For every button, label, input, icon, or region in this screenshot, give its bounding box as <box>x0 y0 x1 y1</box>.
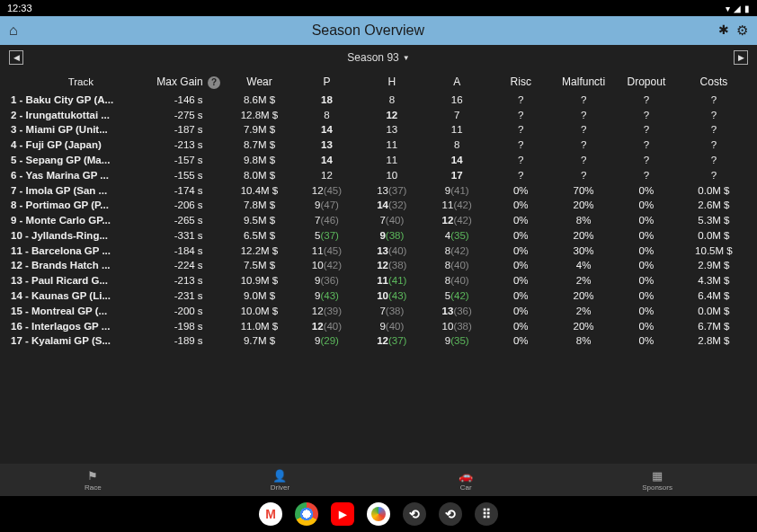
col-risc: Risc <box>489 72 552 93</box>
cell: -155 s <box>153 167 225 182</box>
season-selector[interactable]: Season 93 ▼ <box>347 51 409 64</box>
page-title: Season Overview <box>312 22 424 39</box>
nav-driver[interactable]: 👤 Driver <box>271 469 289 492</box>
table-row[interactable]: 5 - Sepang GP (Ma...-157 s9.8M $141114??… <box>7 153 750 168</box>
cell: ? <box>552 137 615 153</box>
cell: 11(41) <box>360 273 424 288</box>
cell: 0% <box>489 333 552 349</box>
cell: 20% <box>552 198 615 213</box>
table-row[interactable]: 6 - Yas Marina GP ...-155 s8.0M $121017?… <box>7 167 750 182</box>
table-row[interactable]: 12 - Brands Hatch ...-224 s7.5M $10(42)1… <box>7 258 750 273</box>
cell: 7(40) <box>360 213 424 228</box>
cell: 0% <box>489 228 552 244</box>
prev-season-button[interactable]: ◀ <box>9 50 23 65</box>
col-malfuncti: Malfuncti <box>552 72 615 93</box>
cell: 4 - Fuji GP (Japan) <box>7 137 153 153</box>
col-track: Track <box>7 72 153 93</box>
cell: 0.0M $ <box>678 228 750 244</box>
table-row[interactable]: 9 - Monte Carlo GP...-265 s9.5M $7(46)7(… <box>7 213 750 228</box>
cell: 9 - Monte Carlo GP... <box>7 213 153 228</box>
cell: 17 - Kyalami GP (S... <box>7 333 153 349</box>
home-icon[interactable]: ⌂ <box>9 22 18 39</box>
table-row[interactable]: 3 - Miami GP (Unit...-187 s7.9M $141311?… <box>7 122 750 137</box>
app-icon-2[interactable]: ⟲ <box>439 502 462 526</box>
race-icon: ⚑ <box>87 469 98 483</box>
cell: -206 s <box>153 198 225 213</box>
table-row[interactable]: 17 - Kyalami GP (S...-189 s9.7M $9(29)12… <box>7 333 750 349</box>
cell: 0% <box>489 213 552 228</box>
nav-car[interactable]: 🚗 Car <box>459 469 473 492</box>
table-row[interactable]: 8 - Portimao GP (P...-206 s7.8M $9(47)14… <box>7 198 750 213</box>
app-drawer-icon[interactable]: ⠿ <box>475 502 498 526</box>
table-row[interactable]: 13 - Paul Ricard G...-213 s10.9M $9(36)1… <box>7 273 750 288</box>
table-row[interactable]: 1 - Baku City GP (A...-146 s8.6M $18816?… <box>7 93 750 108</box>
table-row[interactable]: 11 - Barcelona GP ...-184 s12.2M $11(45)… <box>7 243 750 258</box>
season-label: Season 93 <box>347 51 398 64</box>
next-season-button[interactable]: ▶ <box>734 50 748 65</box>
cell: -174 s <box>153 182 225 198</box>
cell: 9(40) <box>360 318 424 333</box>
cell: 9.8M $ <box>225 153 295 168</box>
help-icon[interactable]: ? <box>208 76 220 89</box>
cell: 8.7M $ <box>225 137 295 153</box>
status-time: 12:33 <box>7 3 32 13</box>
season-navigator: ◀ Season 93 ▼ ▶ <box>0 45 757 70</box>
photos-icon[interactable] <box>367 502 390 526</box>
cell: 6.7M $ <box>678 318 750 333</box>
cell: ? <box>678 153 750 168</box>
table-row[interactable]: 2 - Irungattukottai ...-275 s12.8M $8127… <box>7 107 750 122</box>
cell: 11.0M $ <box>225 318 295 333</box>
battery-icon: ▮ <box>744 4 750 13</box>
table-row[interactable]: 15 - Montreal GP (...-200 s10.0M $12(39)… <box>7 303 750 318</box>
cell: 0% <box>615 273 678 288</box>
cell: 4% <box>552 258 615 273</box>
col-maxgain[interactable]: Max Gain ? <box>153 72 225 93</box>
cell: 0% <box>615 182 678 198</box>
cell: ? <box>678 93 750 108</box>
cell: ? <box>489 107 552 122</box>
table-row[interactable]: 7 - Imola GP (San ...-174 s10.4M $12(45)… <box>7 182 750 198</box>
cell: 12 - Brands Hatch ... <box>7 258 153 273</box>
cell: 8.6M $ <box>225 93 295 108</box>
gear-icon[interactable]: ⚙ <box>736 22 748 39</box>
cell: -187 s <box>153 122 225 137</box>
chrome-icon[interactable] <box>295 502 318 526</box>
cell: 14 - Kaunas GP (Li... <box>7 288 153 304</box>
cell: 14 <box>424 153 489 168</box>
cell: 11 <box>424 122 489 137</box>
cell: 2 - Irungattukottai ... <box>7 107 153 122</box>
app-icon-1[interactable]: ⟲ <box>403 502 426 526</box>
status-indicators: ▾ ◢ ▮ <box>726 4 750 13</box>
cell: 10 <box>360 167 424 182</box>
cell: 0% <box>615 243 678 258</box>
table-row[interactable]: 14 - Kaunas GP (Li...-231 s9.0M $9(43)10… <box>7 288 750 304</box>
cell: 11 <box>360 153 424 168</box>
youtube-icon[interactable]: ▶ <box>331 502 354 526</box>
wifi-icon: ▾ <box>726 4 730 13</box>
table-row[interactable]: 16 - Interlagos GP ...-198 s11.0M $12(40… <box>7 318 750 333</box>
nav-race[interactable]: ⚑ Race <box>85 469 102 492</box>
cell: 8.0M $ <box>225 167 295 182</box>
table-header-row: Track Max Gain ? Wear P H A Risc Malfunc… <box>7 72 750 93</box>
cell: 8 <box>294 107 359 122</box>
cell: 8(40) <box>424 258 489 273</box>
gmail-icon[interactable]: M <box>259 502 282 526</box>
cell: 12(39) <box>294 303 359 318</box>
cell: 9(29) <box>294 333 359 349</box>
table-row[interactable]: 4 - Fuji GP (Japan)-213 s8.7M $13118???? <box>7 137 750 153</box>
cell: 14(32) <box>360 198 424 213</box>
cell: ? <box>615 137 678 153</box>
nav-sponsors[interactable]: ▦ Sponsors <box>642 469 672 492</box>
cell: 10(38) <box>424 318 489 333</box>
cell: -189 s <box>153 333 225 349</box>
cell: ? <box>489 137 552 153</box>
app-header: ⌂ Season Overview ✱ ⚙ <box>0 16 757 45</box>
signal-icon: ◢ <box>734 4 741 13</box>
cell: 4(35) <box>424 228 489 244</box>
cell: ? <box>552 93 615 108</box>
col-p: P <box>294 72 359 93</box>
table-row[interactable]: 10 - Jyllands-Ring...-331 s6.5M $5(37)9(… <box>7 228 750 244</box>
cell: ? <box>489 122 552 137</box>
bug-icon[interactable]: ✱ <box>718 22 729 39</box>
cell: 20% <box>552 318 615 333</box>
